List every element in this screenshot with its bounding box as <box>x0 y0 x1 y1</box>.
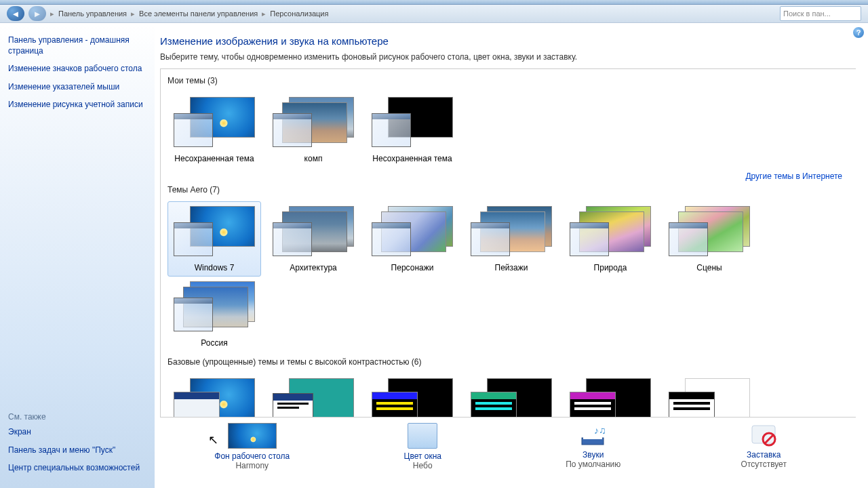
theme-label: Архитектура <box>290 263 337 273</box>
sidebar-link-account-picture[interactable]: Изменение рисунка учетной записи <box>8 100 151 110</box>
svg-rect-1 <box>583 436 602 439</box>
breadcrumb-part[interactable]: Персонализация <box>270 9 328 18</box>
theme-item[interactable]: Несохраненная тема <box>366 92 459 167</box>
section-my-themes-title: Мои темы (3) <box>167 76 849 85</box>
theme-item[interactable]: Windows 7 - упрощенный стиль <box>167 373 261 418</box>
main-content: ? Изменение изображения и звука на компь… <box>155 23 868 488</box>
theme-item[interactable]: Сцены <box>663 201 756 277</box>
theme-item[interactable]: Природа <box>564 201 657 277</box>
theme-item[interactable]: Пейзажи <box>465 201 558 277</box>
theme-label: Несохраненная тема <box>174 154 254 164</box>
bottom-value: Harmony <box>235 461 269 470</box>
bottom-value: Отсутствует <box>741 460 787 469</box>
personalization-window: ◄ ► ▸ Панель управления ▸ Все элементы п… <box>0 0 868 488</box>
sidebar: Панель управления - домашняя страница Из… <box>0 23 155 488</box>
forward-button[interactable]: ► <box>28 6 46 21</box>
themes-scroll-pane[interactable]: Мои темы (3) Несохраненная тема <box>160 68 856 418</box>
my-themes-grid: Несохраненная тема комп <box>167 92 849 167</box>
theme-item[interactable]: комп <box>267 92 360 167</box>
sounds-button[interactable]: ♪♫ Звуки По умолчанию <box>509 423 678 469</box>
screensaver-icon <box>749 423 778 447</box>
aero-themes-grid: Windows 7 Архитектура Персонажи Пейзажи <box>167 201 849 352</box>
bottom-value: По умолчанию <box>566 460 620 469</box>
help-icon[interactable]: ? <box>853 27 864 38</box>
theme-label: Персонажи <box>391 263 434 273</box>
chevron-icon: ▸ <box>262 9 266 18</box>
window-titlebar <box>0 0 868 5</box>
bottom-label: Фон рабочего стола <box>214 451 290 461</box>
sidebar-link-desktop-icons[interactable]: Изменение значков рабочего стола <box>8 64 151 75</box>
chevron-icon: ▸ <box>131 9 135 18</box>
theme-item-windows7[interactable]: Windows 7 <box>167 201 261 277</box>
screensaver-button[interactable]: Заставка Отсутствует <box>679 423 848 469</box>
bottom-value: Небо <box>413 461 433 470</box>
theme-item[interactable]: Несохраненная тема <box>167 92 261 167</box>
theme-label: Россия <box>201 338 227 348</box>
theme-item[interactable]: Классическая <box>267 373 360 418</box>
more-themes-online-link[interactable]: Другие темы в Интернете <box>745 171 842 181</box>
theme-item[interactable]: Контрастная черная <box>564 373 657 418</box>
related-link-display[interactable]: Экран <box>8 427 151 438</box>
theme-label: Природа <box>594 263 627 273</box>
theme-label: Windows 7 <box>195 263 235 273</box>
basic-themes-grid: Windows 7 - упрощенный стиль Классическа… <box>167 373 849 418</box>
theme-label: Сцены <box>696 263 722 273</box>
chevron-icon: ▸ <box>50 9 54 18</box>
breadcrumb-part[interactable]: Панель управления <box>58 9 127 18</box>
window-color-button[interactable]: Цвет окна Небо <box>338 423 507 470</box>
desktop-background-button[interactable]: ↖ Фон рабочего стола Harmony <box>167 423 337 470</box>
search-input[interactable]: Поиск в пан... <box>780 6 861 21</box>
theme-item[interactable]: Россия <box>167 277 261 352</box>
page-title: Изменение изображения и звука на компьют… <box>160 35 856 47</box>
theme-item[interactable]: Персонажи <box>366 201 459 277</box>
related-link-ease-of-access[interactable]: Центр специальных возможностей <box>8 463 151 474</box>
theme-item[interactable]: Архитектура <box>267 201 360 277</box>
related-link-taskbar[interactable]: Панель задач и меню "Пуск" <box>8 445 151 456</box>
bottom-label: Цвет окна <box>404 451 441 461</box>
bottom-label: Заставка <box>747 450 781 460</box>
see-also-header: См. также <box>8 412 151 422</box>
sidebar-link-mouse-pointers[interactable]: Изменение указателей мыши <box>8 82 151 93</box>
breadcrumb-part[interactable]: Все элементы панели управления <box>139 9 258 18</box>
sidebar-home-link[interactable]: Панель управления - домашняя страница <box>8 35 151 56</box>
svg-text:♪♫: ♪♫ <box>594 425 606 436</box>
theme-label: Несохраненная тема <box>372 154 452 164</box>
back-button[interactable]: ◄ <box>7 6 24 21</box>
address-bar: ◄ ► ▸ Панель управления ▸ Все элементы п… <box>0 5 868 23</box>
sound-icon: ♪♫ <box>579 423 608 447</box>
theme-label: Пейзажи <box>495 263 528 273</box>
page-subtitle: Выберите тему, чтобы одновременно измени… <box>160 52 856 62</box>
theme-item[interactable]: Контрастная белая <box>663 373 756 418</box>
section-aero-title: Темы Aero (7) <box>167 185 849 195</box>
bottom-bar: ↖ Фон рабочего стола Harmony Цвет окна Н… <box>160 418 856 488</box>
theme-item[interactable]: Высокий контраст №1 <box>366 373 459 418</box>
cursor-icon: ↖ <box>208 432 218 447</box>
theme-item[interactable]: Высокий контраст №2 <box>465 373 558 418</box>
section-basic-title: Базовые (упрощенные) темы и темы с высок… <box>167 357 849 367</box>
bottom-label: Звуки <box>583 450 604 460</box>
theme-label: комп <box>304 154 323 164</box>
